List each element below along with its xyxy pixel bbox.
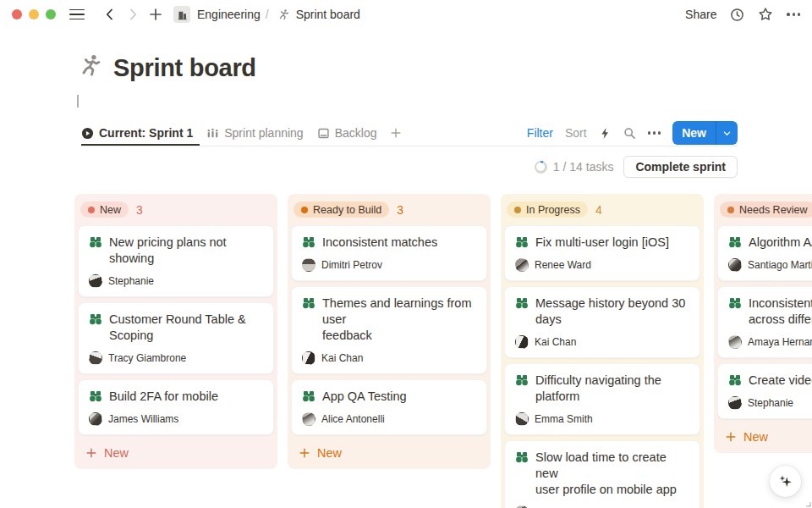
kanban-board: New 3 New pricing plans not showing Step… (74, 194, 812, 508)
new-task-dropdown[interactable] (716, 121, 738, 145)
task-card[interactable]: Difficulty navigating the platform Emma … (504, 363, 700, 435)
avatar (515, 258, 529, 272)
close-button[interactable] (12, 9, 22, 19)
window-topbar: Engineering / Sprint board Share (0, 0, 812, 29)
task-card[interactable]: Build 2FA for mobile James Williams (78, 379, 274, 435)
breadcrumb-page[interactable]: Sprint board (294, 6, 362, 23)
forward-button[interactable] (123, 4, 143, 25)
sidebar-toggle-icon[interactable] (69, 9, 85, 20)
traffic-lights (12, 9, 56, 19)
task-card[interactable]: Fix multi-user login [iOS] Renee Ward (504, 225, 700, 281)
task-card[interactable]: New pricing plans not showing Stephanie (78, 225, 274, 297)
assignee-name: Amaya Hernand (748, 336, 812, 348)
add-card-button[interactable]: New (78, 440, 274, 462)
task-card[interactable]: Themes and learnings from user feedback … (291, 286, 487, 374)
task-title: App QA Testing (322, 389, 407, 405)
search-button[interactable] (623, 127, 636, 140)
plus-icon (299, 447, 310, 459)
binoculars-icon (728, 235, 742, 249)
assignee-name: Santiago Martine (748, 259, 812, 271)
task-title: Difficulty navigating the platform (535, 373, 661, 405)
avatar (89, 351, 102, 365)
back-button[interactable] (100, 4, 120, 25)
add-view-button[interactable] (383, 120, 409, 146)
avatar (728, 258, 742, 272)
view-options-button[interactable] (648, 131, 661, 134)
task-card[interactable]: Customer Round Table & Scoping Tracy Gia… (78, 302, 274, 374)
minimize-button[interactable] (29, 9, 39, 19)
column-status-pill[interactable]: New (80, 202, 129, 218)
status-dot-icon (301, 207, 308, 213)
task-title: Build 2FA for mobile (109, 389, 218, 405)
plus-icon (85, 447, 97, 459)
task-card[interactable]: Slow load time to create new user profil… (504, 440, 700, 508)
task-card[interactable]: App QA Testing Alice Antonelli (291, 379, 487, 435)
star-icon (758, 7, 773, 22)
automation-button[interactable] (599, 127, 612, 140)
book-icon (317, 127, 330, 140)
avatar (89, 412, 102, 426)
new-page-button[interactable] (145, 4, 166, 25)
tab-current-sprint[interactable]: Current: Sprint 1 (81, 120, 200, 146)
binoculars-icon (89, 389, 102, 403)
avatar (302, 351, 315, 365)
complete-sprint-button[interactable]: Complete sprint (623, 156, 738, 178)
binoculars-icon (302, 296, 315, 310)
assignee-name: Emma Smith (535, 413, 593, 425)
workspace-icon (173, 6, 190, 23)
column-count: 3 (136, 203, 143, 217)
more-button[interactable] (787, 13, 800, 15)
page-title[interactable]: Sprint board (113, 51, 256, 85)
column-status-pill[interactable]: In Progress (507, 202, 588, 218)
chevron-down-icon (722, 129, 732, 138)
task-title: Themes and learnings from user feedback (322, 295, 476, 344)
task-title: Message history beyond 30 days (535, 295, 685, 328)
binoculars-icon (515, 296, 529, 310)
plus-icon (725, 431, 737, 443)
task-card[interactable]: Inconsistent u across differe Amaya Hern… (717, 286, 812, 358)
chevron-right-icon (126, 8, 140, 21)
column-ready-to-build: Ready to Build 3 Inconsistent matches Di… (288, 194, 491, 469)
column-status-pill[interactable]: Needs Review (720, 202, 812, 218)
play-circle-icon (81, 127, 94, 140)
task-title: Inconsistent matches (322, 235, 437, 251)
progress-text: 1 / 14 tasks (553, 160, 614, 174)
column-count: 3 (397, 203, 403, 217)
add-card-button[interactable]: New (717, 424, 812, 446)
filter-button[interactable]: Filter (527, 126, 553, 140)
add-card-button[interactable]: New (291, 440, 487, 462)
task-card[interactable]: Message history beyond 30 days Kai Chan (504, 286, 700, 358)
tab-backlog[interactable]: Backlog (310, 120, 384, 146)
tab-sprint-planning[interactable]: Sprint planning (200, 120, 310, 146)
status-dot-icon (514, 207, 521, 213)
assignee-name: Stephanie (108, 275, 154, 287)
avatar (515, 335, 529, 349)
page-icon[interactable] (78, 53, 103, 82)
share-button[interactable]: Share (685, 8, 716, 21)
assignee-name: Kai Chan (321, 352, 363, 364)
lightning-icon (599, 127, 612, 140)
favorite-button[interactable] (758, 7, 773, 22)
task-title: Inconsistent u across differe (749, 295, 812, 328)
task-card[interactable]: Create video g Stephanie (717, 363, 812, 419)
clock-icon (730, 8, 744, 22)
breadcrumb-workspace[interactable]: Engineering (195, 6, 262, 23)
sort-button[interactable]: Sort (565, 126, 587, 140)
breadcrumb: Engineering / Sprint board (168, 6, 362, 23)
column-in-progress: In Progress 4 Fix multi-user login [iOS]… (501, 194, 704, 508)
updates-button[interactable] (730, 8, 744, 22)
task-card[interactable]: Algorithm A/B Santiago Martine (717, 225, 812, 281)
task-title: Slow load time to create new user profil… (535, 450, 689, 498)
task-card[interactable]: Inconsistent matches Dimitri Petrov (291, 225, 487, 281)
task-title: Create video g (749, 373, 812, 389)
resize-handle[interactable] (804, 500, 811, 507)
binoculars-icon (89, 235, 102, 249)
new-task-button[interactable]: New (672, 121, 738, 145)
column-status-pill[interactable]: Ready to Build (294, 202, 389, 218)
ai-assistant-button[interactable] (770, 466, 801, 497)
task-title: Algorithm A/B (749, 235, 812, 251)
column-needs-review: Needs Review Algorithm A/B Santiago Mart… (714, 194, 812, 453)
breadcrumb-separator: / (266, 8, 269, 21)
binoculars-icon (515, 373, 529, 387)
zoom-button[interactable] (46, 9, 56, 19)
